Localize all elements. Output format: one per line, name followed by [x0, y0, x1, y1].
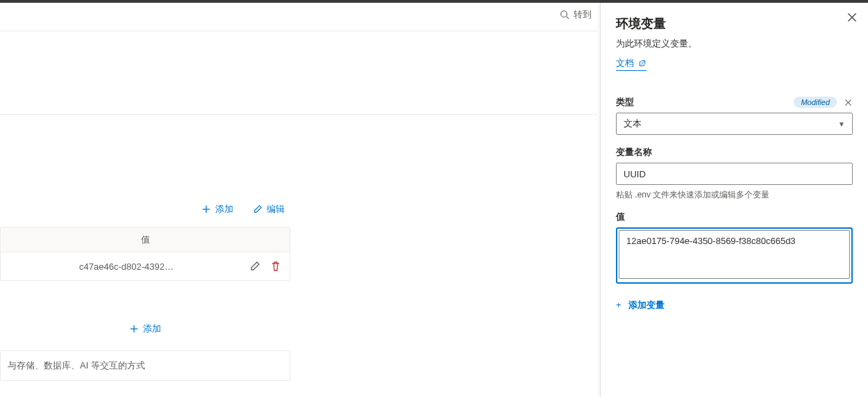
search-icon	[560, 10, 569, 19]
env-vars-panel: 环境变量 为此环境定义变量。 文档 类型 Modified 文本 ▼ 变量名称 …	[600, 3, 868, 397]
svg-point-0	[561, 11, 567, 17]
add-section-button[interactable]: 添加	[129, 323, 161, 335]
docs-link[interactable]: 文档	[616, 57, 646, 71]
add-label: 添加	[215, 203, 233, 216]
panel-title: 环境变量	[616, 15, 853, 32]
dismiss-icon[interactable]	[844, 98, 853, 107]
plus-icon	[201, 204, 211, 214]
variable-name-input[interactable]	[616, 163, 853, 185]
type-select-value: 文本	[624, 118, 642, 130]
modified-badge: Modified	[794, 97, 837, 108]
name-label: 变量名称	[616, 146, 853, 159]
edit-button[interactable]: 编辑	[253, 203, 285, 216]
value-label: 值	[616, 211, 853, 223]
variable-value-input[interactable]	[619, 230, 850, 279]
svg-line-1	[567, 17, 569, 19]
edit-label: 编辑	[267, 203, 285, 216]
divider	[0, 31, 597, 31]
value-focus-ring	[616, 227, 853, 284]
cell-value: c47ae46c-d802-4392…	[9, 261, 249, 272]
table-row: c47ae46c-d802-4392…	[1, 252, 290, 280]
type-label-row: 类型 Modified	[616, 96, 853, 108]
add-button[interactable]: 添加	[201, 203, 233, 216]
external-link-icon	[638, 59, 646, 67]
divider	[0, 114, 597, 115]
description-box: 与存储、数据库、AI 等交互的方式	[0, 350, 290, 381]
list-toolbar: 添加 编辑	[0, 203, 299, 216]
type-select[interactable]: 文本 ▼	[616, 113, 853, 135]
add-variable-label: 添加变量	[628, 300, 665, 310]
chevron-down-icon: ▼	[838, 120, 845, 128]
type-label: 类型	[616, 96, 634, 108]
row-actions	[249, 261, 281, 272]
add-variable-button[interactable]: 添加变量	[616, 299, 853, 311]
values-table: 值 c47ae46c-d802-4392…	[0, 227, 290, 281]
plus-icon	[129, 324, 139, 334]
add-section-label: 添加	[143, 323, 161, 335]
pencil-icon	[253, 204, 262, 214]
docs-label: 文档	[616, 57, 634, 70]
delete-row-icon[interactable]	[270, 261, 281, 272]
section-add-row: 添加	[0, 323, 290, 335]
paste-hint: 粘贴 .env 文件来快速添加或编辑多个变量	[616, 189, 853, 201]
panel-subtitle: 为此环境定义变量。	[616, 38, 853, 50]
edit-row-icon[interactable]	[249, 261, 260, 272]
search-bar[interactable]: 转到	[560, 8, 592, 21]
main-area: 转到 添加 编辑 值 c47ae46c-d802-4392…	[0, 3, 597, 397]
search-placeholder: 转到	[574, 8, 592, 21]
column-header-value: 值	[1, 227, 290, 252]
close-icon[interactable]	[846, 11, 858, 24]
